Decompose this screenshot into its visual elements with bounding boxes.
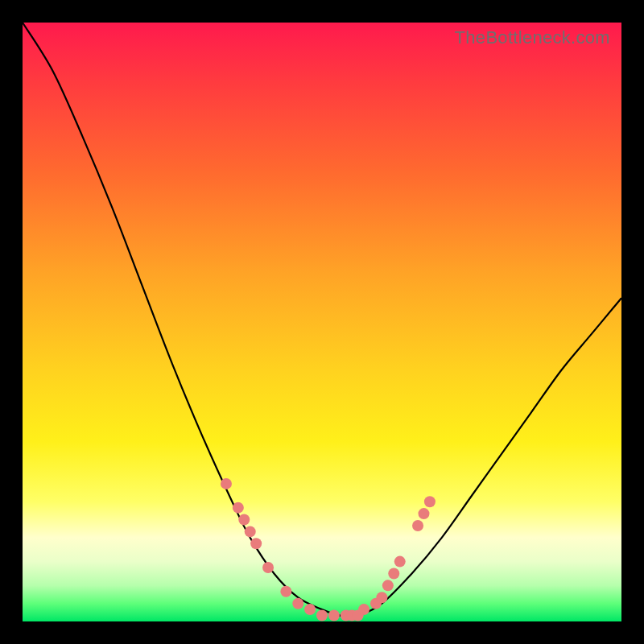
scatter-dot: [424, 496, 436, 507]
scatter-dot: [316, 610, 328, 621]
scatter-dot: [245, 526, 256, 537]
scatter-dot: [388, 568, 399, 579]
scatter-dot: [394, 556, 406, 568]
curve-layer: [23, 23, 621, 621]
bottleneck-curve: [23, 23, 621, 617]
scatter-dot: [376, 592, 387, 603]
scatter-dot: [262, 562, 274, 573]
scatter-dot: [233, 502, 244, 514]
scatter-dot: [418, 508, 429, 519]
scatter-dot: [304, 604, 316, 615]
scatter-dot: [412, 520, 423, 531]
scatter-dot: [358, 604, 369, 615]
scatter-dots: [221, 478, 436, 621]
scatter-dot: [238, 514, 250, 526]
scatter-dot: [280, 586, 291, 597]
chart-frame: TheBottleneck.com: [0, 0, 644, 644]
scatter-dot: [292, 598, 303, 609]
scatter-dot: [382, 580, 394, 591]
scatter-dot: [328, 610, 340, 621]
scatter-dot: [250, 538, 262, 549]
scatter-dot: [221, 478, 232, 489]
plot-area: TheBottleneck.com: [23, 23, 621, 621]
